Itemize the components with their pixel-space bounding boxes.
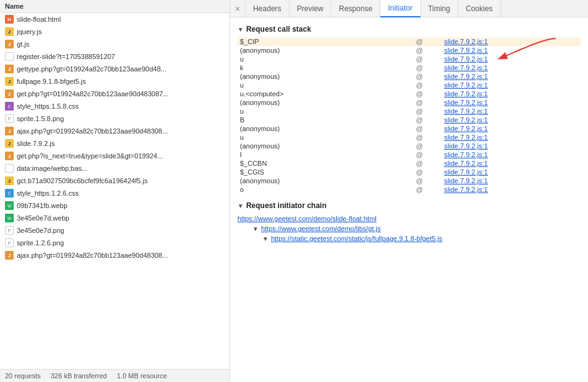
call-stack-row: (anonymous)@slide.7.9.2.js:1 [237,98,581,107]
initiator-chain-toggle[interactable]: ▼ [237,202,244,209]
file-icon: P [5,226,14,235]
call-stack-row: (anonymous)@slide.7.9.2.js:1 [237,72,581,81]
file-item[interactable]: Cstyle_https.1.2.6.css [0,187,229,199]
file-icon: H [5,15,14,24]
call-stack-row: u@slide.7.9.2.js:1 [237,107,581,116]
at-sign: @ [415,46,441,55]
func-name: (anonymous) [237,176,415,185]
tab-initiator[interactable]: Initiator [380,0,420,17]
call-stack-row: (anonymous)@slide.7.9.2.js:1 [237,124,581,133]
func-name: (anonymous) [237,46,415,55]
file-item[interactable]: Jslide.7.9.2.js [0,137,229,150]
func-name: u [237,55,415,63]
chain-url[interactable]: https://static.geetest.com/static/js/ful… [271,235,443,242]
file-item[interactable]: Jgt.js [0,38,229,50]
file-icon [5,164,14,173]
file-name: style_https.1.2.6.css [17,189,79,197]
file-item[interactable]: W09b7341fb.webp [0,199,229,212]
file-name: 3e45e0e7d.webp [17,214,69,222]
stack-link[interactable]: slide.7.9.2.js:1 [444,55,488,63]
file-item[interactable]: Jgct.b71a9027509bc6bcfef9fc6a196424f5.js [0,175,229,187]
stack-link[interactable]: slide.7.9.2.js:1 [444,38,488,45]
file-icon: J [5,251,14,260]
tab-timing[interactable]: Timing [421,0,459,17]
call-stack-table: $_CIP@slide.7.9.2.js:1(anonymous)@slide.… [237,37,581,194]
file-item[interactable]: Jjquery.js [0,25,229,38]
file-icon: J [5,152,14,160]
stack-link[interactable]: slide.7.9.2.js:1 [444,64,488,71]
at-sign: @ [415,37,441,46]
chain-item: ▼https://www.geetest.com/demo/libs/gt.js [237,224,581,234]
file-item[interactable]: Hslide-float.html [0,13,229,25]
file-item[interactable]: Cstyle_https.1.5.8.css [0,100,229,112]
func-name: $_CIP [237,37,415,46]
stack-link[interactable]: slide.7.9.2.js:1 [444,168,488,176]
chain-url[interactable]: https://www.geetest.com/demo/slide-float… [237,215,377,222]
file-item[interactable]: Psprite.1.5.8.png [0,112,229,125]
file-item[interactable]: P3e45e0e7d.png [0,224,229,237]
at-sign: @ [415,150,441,159]
stack-link[interactable]: slide.7.9.2.js:1 [444,134,488,141]
file-item[interactable]: Jgettype.php?gt=019924a82c70bb123aae90d4… [0,63,229,75]
call-stack-row: k@slide.7.9.2.js:1 [237,63,581,72]
file-item[interactable]: Jfullpage.9.1.8-bfget5.js [0,75,229,88]
at-sign: @ [415,133,441,142]
file-name: gct.b71a9027509bc6bcfef9fc6a196424f5.js [17,177,147,184]
close-tab-button[interactable]: × [230,0,246,17]
file-item[interactable]: Psprite.1.2.6.png [0,237,229,249]
func-name: (anonymous) [237,98,415,107]
file-icon: C [5,102,14,111]
file-icon: J [5,27,14,36]
file-name: ajax.php?gt=019924a82c70bb123aae90d48308… [17,127,168,135]
file-name: get.php?gt=019924a82c70bb123aae90d483087… [17,90,168,98]
chain-item: ▼https://static.geetest.com/static/js/fu… [237,234,581,243]
file-item[interactable]: Jget.php?gt=019924a82c70bb123aae90d48308… [0,88,229,100]
call-stack-toggle[interactable]: ▼ [237,26,244,33]
stack-link[interactable]: slide.7.9.2.js:1 [444,116,488,124]
initiator-chain-section-header: ▼ Request initiator chain [237,201,581,210]
stack-link[interactable]: slide.7.9.2.js:1 [444,151,488,158]
file-name: 3e45e0e7d.png [17,227,64,234]
file-name: register-slide?t=1705388591207 [17,53,115,60]
stack-link[interactable]: slide.7.9.2.js:1 [444,99,488,106]
stack-link[interactable]: slide.7.9.2.js:1 [444,107,488,115]
tab-cookies[interactable]: Cookies [458,0,500,17]
stack-link[interactable]: slide.7.9.2.js:1 [444,177,488,184]
func-name: k [237,63,415,72]
main-container: Name Hslide-float.htmlJjquery.jsJgt.jsre… [0,0,588,382]
stack-link[interactable]: slide.7.9.2.js:1 [444,73,488,80]
chain-arrow: ▼ [257,235,269,242]
stack-link[interactable]: slide.7.9.2.js:1 [444,186,488,193]
stack-link[interactable]: slide.7.9.2.js:1 [444,160,488,167]
file-item[interactable]: W3e45e0e7d.webp [0,212,229,224]
stack-link[interactable]: slide.7.9.2.js:1 [444,47,488,54]
chain-url[interactable]: https://www.geetest.com/demo/libs/gt.js [261,225,381,232]
at-sign: @ [415,168,441,176]
file-item[interactable]: Jajax.php?gt=019924a82c70bb123aae90d4830… [0,125,229,137]
file-icon: J [5,139,14,148]
stack-link[interactable]: slide.7.9.2.js:1 [444,81,488,89]
stack-link[interactable]: slide.7.9.2.js:1 [444,142,488,150]
file-item[interactable]: register-slide?t=1705388591207 [0,50,229,63]
tab-headers[interactable]: Headers [246,0,289,17]
file-item[interactable]: data:image/webp;bas... [0,162,229,175]
file-name: data:image/webp;bas... [17,165,88,172]
file-item[interactable]: Jget.php?is_next=true&type=slide3&gt=019… [0,150,229,162]
tab-preview[interactable]: Preview [290,0,332,17]
file-item[interactable]: Jajax.php?gt=019924a82c70bb123aae90d4830… [0,249,229,261]
at-sign: @ [415,98,441,107]
at-sign: @ [415,116,441,124]
left-footer: 20 requests 326 kB transferred 1.0 MB re… [0,369,229,382]
call-stack-row: u@slide.7.9.2.js:1 [237,81,581,89]
left-header: Name [0,0,229,13]
stack-link[interactable]: slide.7.9.2.js:1 [444,125,488,132]
call-stack-row: (anonymous)@slide.7.9.2.js:1 [237,142,581,150]
func-name: u.<computed> [237,89,415,98]
stack-link[interactable]: slide.7.9.2.js:1 [444,90,488,98]
func-name: (anonymous) [237,142,415,150]
chain-item: https://www.geetest.com/demo/slide-float… [237,214,581,224]
call-stack-row: $_CCBN@slide.7.9.2.js:1 [237,159,581,168]
at-sign: @ [415,89,441,98]
tab-response[interactable]: Response [331,0,380,17]
call-stack-label: Request call stack [246,25,311,34]
